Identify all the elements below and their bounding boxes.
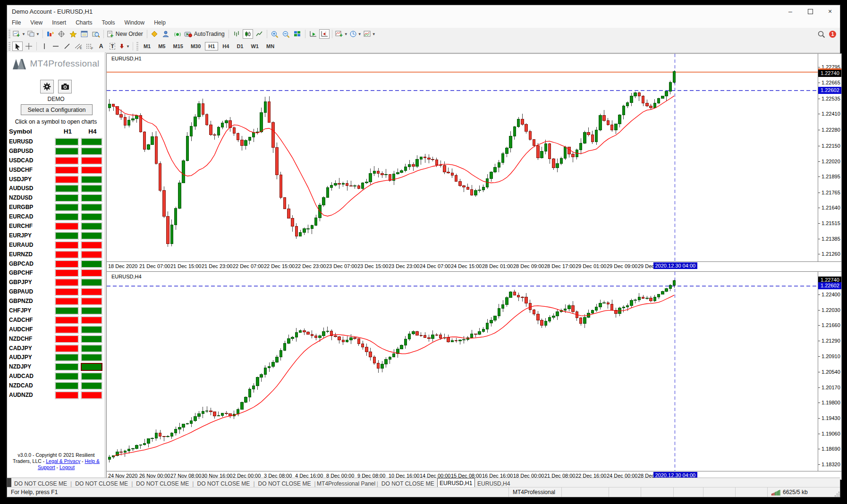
signal-cell-eurusd-h4[interactable]: [81, 138, 102, 146]
signal-cell-euraud-h4[interactable]: [81, 241, 102, 249]
toolbar-grip[interactable]: [136, 42, 138, 50]
symbol-label[interactable]: CADJPY: [9, 345, 32, 352]
symbol-label[interactable]: GBPJPY: [9, 279, 32, 286]
signal-cell-eurgbp-h1[interactable]: [55, 203, 79, 211]
signal-cell-audusd-h1[interactable]: [55, 185, 79, 193]
signal-cell-cadchf-h1[interactable]: [55, 316, 79, 324]
maximize-button[interactable]: [800, 5, 820, 17]
trendline-icon[interactable]: [62, 42, 72, 51]
minimize-button[interactable]: –: [780, 5, 800, 17]
time-axis[interactable]: 18 Dec 202021 Dec 07:0021 Dec 15:0021 De…: [107, 261, 841, 272]
zoom-out-icon[interactable]: [281, 29, 291, 39]
signal-cell-chfjpy-h1[interactable]: [55, 307, 79, 315]
signal-cell-eurcad-h4[interactable]: [81, 213, 102, 221]
symbol-label[interactable]: EURAUD: [9, 242, 33, 248]
timeframe-button-m1[interactable]: M1: [140, 42, 154, 50]
tab-do-not-close-me[interactable]: DO NOT CLOSE ME: [379, 479, 437, 487]
signal-cell-eurjpy-h4[interactable]: [81, 232, 102, 240]
symbol-label[interactable]: GBPNZD: [9, 298, 33, 304]
symbol-label[interactable]: USDCAD: [9, 157, 33, 164]
signal-cell-eurjpy-h1[interactable]: [55, 232, 79, 240]
symbol-label[interactable]: GBPAUD: [9, 288, 33, 295]
equidistant-channel-icon[interactable]: E: [73, 42, 84, 51]
signal-cell-cadchf-h4[interactable]: [81, 316, 102, 324]
fibonacci-icon[interactable]: F: [85, 42, 95, 51]
tab-do-not-close-me[interactable]: DO NOT CLOSE ME: [72, 479, 131, 487]
new-order-button[interactable]: + New Order: [106, 29, 144, 39]
signal-cell-cadjpy-h4[interactable]: [81, 344, 102, 353]
arrows-button[interactable]: ▼: [119, 42, 130, 51]
symbol-label[interactable]: EURUSD: [9, 138, 33, 145]
symbol-label[interactable]: NZDJPY: [9, 363, 31, 370]
signal-cell-cadjpy-h1[interactable]: [55, 344, 79, 353]
select-configuration-button[interactable]: Select a Configuration: [21, 104, 93, 115]
resize-grip[interactable]: [831, 487, 840, 497]
signal-cell-gbpcad-h4[interactable]: [81, 260, 102, 268]
symbol-label[interactable]: AUDCAD: [9, 373, 34, 379]
signal-cell-usdjpy-h4[interactable]: [81, 176, 102, 184]
signal-cell-usdchf-h4[interactable]: [81, 166, 102, 174]
symbol-label[interactable]: AUDUSD: [9, 185, 33, 192]
signal-cell-eurcad-h1[interactable]: [55, 213, 79, 221]
signal-cell-nzdchf-h1[interactable]: [55, 335, 79, 343]
signal-cell-gbpusd-h4[interactable]: [81, 147, 102, 155]
signal-cell-eurchf-h4[interactable]: [81, 222, 102, 230]
symbol-label[interactable]: AUDJPY: [9, 354, 32, 361]
signal-cell-audjpy-h4[interactable]: [81, 353, 102, 361]
tab-scroll-nub[interactable]: [7, 478, 11, 487]
signal-cell-nzdcad-h1[interactable]: [55, 382, 79, 390]
symbol-label[interactable]: AUDCHF: [9, 326, 33, 333]
symbol-label[interactable]: NZDUSD: [9, 194, 33, 201]
signal-cell-eurusd-h1[interactable]: [55, 138, 79, 146]
chart-plot[interactable]: [107, 272, 818, 473]
signal-cell-audchf-h1[interactable]: [55, 326, 79, 334]
search-icon[interactable]: [816, 29, 827, 39]
toolbar-grip[interactable]: [8, 30, 10, 38]
price-scale[interactable]: 1.227951.226651.225351.224101.222801.221…: [818, 54, 841, 261]
templates-button[interactable]: ▼: [363, 29, 376, 39]
tab-eurusd-h1[interactable]: EURUSD,H1: [437, 478, 475, 487]
menu-item-window[interactable]: Window: [120, 19, 150, 26]
signal-cell-gbpnzd-h4[interactable]: [81, 297, 102, 305]
signal-cell-gbpjpy-h1[interactable]: [55, 278, 79, 286]
signal-cell-nzdusd-h4[interactable]: [81, 194, 102, 202]
tab-eurusd-h4[interactable]: EURUSD,H4: [475, 479, 513, 487]
timeframe-button-h4[interactable]: H4: [219, 42, 232, 50]
symbol-label[interactable]: GBPCHF: [9, 269, 33, 276]
signal-cell-eurnzd-h4[interactable]: [81, 251, 102, 259]
menu-item-file[interactable]: File: [7, 19, 25, 26]
signal-cell-gbpchf-h1[interactable]: [55, 269, 79, 277]
signal-cell-euraud-h1[interactable]: [55, 241, 79, 249]
timeframe-button-m5[interactable]: M5: [155, 42, 169, 50]
new-chart-button[interactable]: + ▼: [12, 29, 26, 39]
timeframe-button-h1[interactable]: H1: [205, 42, 218, 50]
horizontal-line-icon[interactable]: [51, 42, 61, 51]
signal-cell-nzdcad-h4[interactable]: [81, 382, 102, 390]
signal-cell-audjpy-h1[interactable]: [55, 353, 79, 361]
symbol-label[interactable]: CADCHF: [9, 317, 33, 323]
tab-do-not-close-me[interactable]: DO NOT CLOSE ME: [133, 479, 192, 487]
signal-cell-nzdusd-h1[interactable]: [55, 194, 79, 202]
cursor-icon[interactable]: [12, 42, 23, 51]
symbol-label[interactable]: EURCAD: [9, 213, 33, 220]
signal-cell-eurgbp-h4[interactable]: [81, 203, 102, 211]
signal-cell-gbpchf-h4[interactable]: [81, 269, 102, 277]
metaeditor-icon[interactable]: [150, 29, 160, 39]
toolbar-grip[interactable]: [8, 42, 10, 50]
symbol-label[interactable]: CHFJPY: [9, 307, 31, 314]
signal-cell-gbpcad-h1[interactable]: [55, 260, 79, 268]
menu-item-help[interactable]: Help: [149, 19, 170, 26]
signal-cell-audnzd-h1[interactable]: [55, 391, 79, 399]
vertical-line-icon[interactable]: [39, 42, 50, 51]
navigator-icon[interactable]: [68, 29, 78, 39]
signal-cell-chfjpy-h4[interactable]: [81, 307, 102, 315]
text-icon[interactable]: A: [96, 42, 106, 51]
tab-do-not-close-me[interactable]: DO NOT CLOSE ME: [11, 479, 70, 487]
signal-cell-audcad-h1[interactable]: [55, 372, 79, 380]
symbol-label[interactable]: USDCHF: [9, 167, 33, 173]
signal-cell-nzdjpy-h4[interactable]: [81, 363, 102, 371]
text-label-icon[interactable]: T: [107, 42, 118, 51]
signal-cell-usdcad-h1[interactable]: [55, 157, 79, 165]
menu-item-view[interactable]: View: [25, 19, 47, 26]
chart-plot[interactable]: [107, 54, 818, 263]
